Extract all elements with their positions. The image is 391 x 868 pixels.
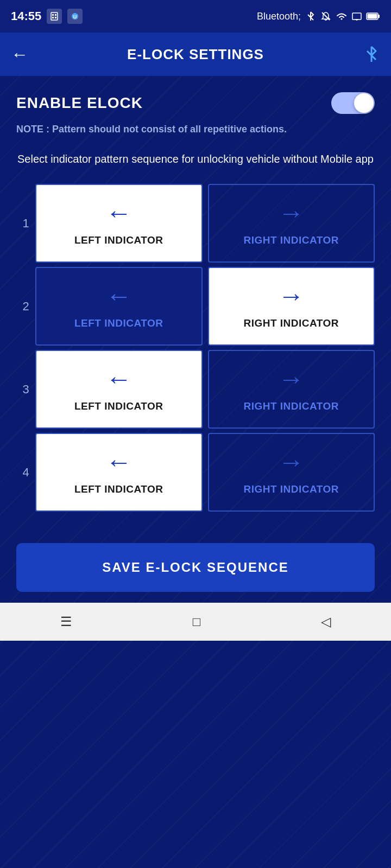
row-number-4: 4 xyxy=(16,465,35,480)
left-arrow-icon-3: ← xyxy=(106,366,132,392)
right-arrow-icon-2: → xyxy=(278,283,304,309)
left-indicator-label-2: LEFT INDICATOR xyxy=(74,317,163,329)
main-content: ENABLE ELOCK NOTE : Pattern should not c… xyxy=(0,76,391,527)
svg-rect-8 xyxy=(352,13,361,20)
left-arrow-icon-2: ← xyxy=(106,283,132,309)
indicator-pair-4: ← LEFT INDICATOR → RIGHT INDICATOR xyxy=(35,433,375,512)
indicator-row-3: 3 ← LEFT INDICATOR → RIGHT INDICATOR xyxy=(16,350,375,429)
indicator-row-2: 2 ← LEFT INDICATOR → RIGHT INDICATOR xyxy=(16,267,375,346)
description-text: Select indicator pattern sequence for un… xyxy=(16,150,375,168)
indicator-pair-3: ← LEFT INDICATOR → RIGHT INDICATOR xyxy=(35,350,375,429)
indicator-row-4: 4 ← LEFT INDICATOR → RIGHT INDICATOR xyxy=(16,433,375,512)
menu-nav-icon[interactable]: ☰ xyxy=(60,614,72,629)
status-time: 14:55 xyxy=(11,9,41,23)
bluetooth-status-icon xyxy=(305,11,316,22)
right-indicator-btn-1[interactable]: → RIGHT INDICATOR xyxy=(208,184,375,263)
row-number-1: 1 xyxy=(16,216,35,231)
svg-text:U: U xyxy=(73,14,77,20)
back-button[interactable]: ← xyxy=(11,44,28,65)
svg-rect-13 xyxy=(368,14,377,19)
save-button-label: SAVE E-LOCK SEQUENCE xyxy=(102,560,289,575)
svg-rect-2 xyxy=(55,14,56,16)
status-icons: Bluetooth; xyxy=(257,11,380,22)
indicator-pair-2: ← LEFT INDICATOR → RIGHT INDICATOR xyxy=(35,267,375,346)
enable-elock-toggle[interactable] xyxy=(331,92,375,114)
bottom-nav: ☰ □ ◁ xyxy=(0,603,391,641)
right-indicator-label-1: RIGHT INDICATOR xyxy=(243,234,339,246)
enable-elock-label: ENABLE ELOCK xyxy=(16,94,143,112)
note-prefix: NOTE : xyxy=(16,124,52,135)
home-nav-icon[interactable]: □ xyxy=(193,614,201,629)
right-indicator-btn-3[interactable]: → RIGHT INDICATOR xyxy=(208,350,375,429)
note-text: NOTE : Pattern should not consist of all… xyxy=(16,122,375,137)
left-indicator-btn-4[interactable]: ← LEFT INDICATOR xyxy=(35,433,203,512)
left-indicator-btn-1[interactable]: ← LEFT INDICATOR xyxy=(35,184,203,263)
svg-rect-0 xyxy=(51,12,58,20)
right-indicator-label-4: RIGHT INDICATOR xyxy=(243,483,339,495)
note-body: Pattern should not consist of all repeti… xyxy=(52,124,287,135)
left-indicator-btn-3[interactable]: ← LEFT INDICATOR xyxy=(35,350,203,429)
usb-icon: U xyxy=(67,9,83,24)
row-number-3: 3 xyxy=(16,382,35,397)
header: ← E-LOCK SETTINGS xyxy=(0,33,391,76)
wifi-icon xyxy=(336,12,348,21)
page-title: E-LOCK SETTINGS xyxy=(28,46,363,63)
svg-rect-3 xyxy=(52,17,54,18)
svg-rect-1 xyxy=(52,14,54,16)
svg-rect-12 xyxy=(378,15,380,18)
indicator-pair-1: ← LEFT INDICATOR → RIGHT INDICATOR xyxy=(35,184,375,263)
right-indicator-label-3: RIGHT INDICATOR xyxy=(243,400,339,412)
battery-icon xyxy=(366,12,380,21)
bluetooth-status-icon: Bluetooth; xyxy=(257,11,301,22)
indicator-rows: 1 ← LEFT INDICATOR → RIGHT INDICATOR 2 ←… xyxy=(16,184,375,516)
indicator-row-1: 1 ← LEFT INDICATOR → RIGHT INDICATOR xyxy=(16,184,375,263)
right-indicator-btn-4[interactable]: → RIGHT INDICATOR xyxy=(208,433,375,512)
left-indicator-label-1: LEFT INDICATOR xyxy=(74,234,163,246)
left-indicator-label-3: LEFT INDICATOR xyxy=(74,400,163,412)
right-arrow-icon-1: → xyxy=(278,200,304,226)
right-indicator-label-2: RIGHT INDICATOR xyxy=(243,317,339,329)
toggle-knob xyxy=(354,93,374,113)
left-arrow-icon-1: ← xyxy=(106,200,132,226)
left-indicator-label-4: LEFT INDICATOR xyxy=(74,483,163,495)
save-elock-button[interactable]: SAVE E-LOCK SEQUENCE xyxy=(16,543,375,592)
right-arrow-icon-4: → xyxy=(278,449,304,475)
row-number-2: 2 xyxy=(16,299,35,314)
enable-elock-row: ENABLE ELOCK xyxy=(16,92,375,114)
screen-icon xyxy=(352,11,362,21)
status-bar: 14:55 U Bluetooth; xyxy=(0,0,391,33)
back-nav-icon[interactable]: ◁ xyxy=(321,614,331,629)
left-arrow-icon-4: ← xyxy=(106,449,132,475)
sim-icon xyxy=(47,9,62,24)
right-indicator-btn-2[interactable]: → RIGHT INDICATOR xyxy=(208,267,375,346)
bluetooth-header-icon[interactable] xyxy=(363,44,380,64)
right-arrow-icon-3: → xyxy=(278,366,304,392)
bell-mute-icon xyxy=(320,11,331,22)
left-indicator-btn-2[interactable]: ← LEFT INDICATOR xyxy=(35,267,203,346)
svg-rect-4 xyxy=(55,17,56,18)
